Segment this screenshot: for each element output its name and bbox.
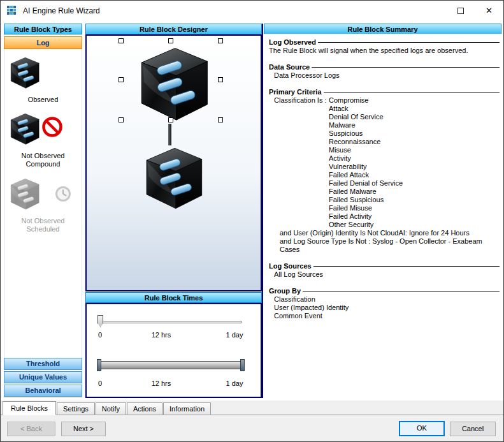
maximize-icon	[457, 8, 464, 14]
ok-button[interactable]: OK	[399, 421, 445, 436]
not-observed-scheduled-cube-icon	[4, 177, 82, 210]
selection-handle[interactable]	[218, 77, 223, 82]
maximize-button[interactable]	[446, 1, 475, 20]
group-by-item: Classification	[274, 295, 500, 304]
summary-section-primary-criteria: Primary Criteria	[269, 88, 322, 96]
classification-list: CompromiseAttackDenial Of ServiceMalware…	[329, 96, 403, 229]
classification-item: Failed Attack	[329, 171, 403, 179]
threshold-button[interactable]: Threshold	[4, 358, 82, 370]
rule-block-cube[interactable]	[133, 144, 213, 210]
slider1-tick-1day: 1 day	[226, 331, 243, 339]
block-connector-line	[168, 124, 171, 145]
rule-type-not-observed-compound[interactable]: Not Observed Compound	[4, 112, 82, 168]
rule-block-summary: Log Observed The Rule Block will signal …	[263, 34, 503, 398]
group-by-item: Common Event	[274, 312, 500, 320]
selection-handle[interactable]	[119, 77, 124, 82]
rule-type-observed-label: Observed	[4, 96, 82, 104]
selection-handle[interactable]	[168, 117, 173, 122]
classification-item: Vulnerability	[329, 163, 403, 171]
log-type-button[interactable]: Log	[4, 36, 82, 49]
close-button[interactable]: ✕	[475, 1, 503, 20]
classification-item: Other Security	[329, 221, 403, 229]
observed-cube-icon	[4, 55, 82, 89]
selected-rule-block-cube[interactable]	[125, 43, 220, 122]
time-range-bar[interactable]	[99, 361, 242, 369]
titlebar[interactable]: AI Engine Rule Wizard ✕	[1, 1, 503, 21]
cancel-button[interactable]: Cancel	[450, 422, 496, 436]
summary-section-log-sources: Log Sources	[269, 262, 312, 270]
group-by-item: User (Impacted) Identity	[274, 304, 500, 312]
tab-actions[interactable]: Actions	[127, 402, 162, 415]
clock-icon	[54, 184, 73, 203]
rule-type-compound-label-1: Not Observed	[4, 152, 82, 160]
rule-type-not-observed-scheduled: Not Observed Scheduled	[4, 177, 82, 233]
classification-item: Failed Activity	[329, 212, 403, 221]
selection-handle[interactable]	[119, 38, 124, 43]
selection-handle[interactable]	[218, 38, 223, 43]
range-handle-left[interactable]	[97, 359, 101, 371]
wizard-tabstrip: Rule Blocks Settings Notify Actions Info…	[1, 401, 503, 415]
classification-item: Attack	[329, 105, 403, 113]
classification-item: Reconnaissance	[329, 138, 403, 146]
classification-label: Classification Is :	[274, 96, 329, 229]
rule-block-designer-canvas[interactable]	[85, 34, 262, 291]
rule-type-scheduled-label-1: Not Observed	[4, 217, 82, 225]
slider1-tick-0: 0	[98, 331, 102, 339]
classification-item: Failed Malware	[329, 188, 403, 196]
selection-handle[interactable]	[168, 38, 173, 43]
tab-settings[interactable]: Settings	[57, 402, 95, 415]
unique-values-button[interactable]: Unique Values	[4, 371, 82, 383]
behavioral-button[interactable]: Behavioral	[4, 385, 82, 397]
next-button[interactable]: Next >	[61, 422, 106, 436]
back-button: < Back	[7, 422, 55, 436]
classification-item: Malware	[329, 121, 403, 129]
classification-item: Suspicious	[329, 129, 403, 138]
slider1-tick-12hrs: 12 hrs	[152, 331, 171, 339]
classification-item: Misuse	[329, 146, 403, 154]
summary-section-data-source: Data Source	[269, 63, 310, 71]
data-source-value: Data Processor Logs	[274, 71, 500, 80]
close-icon: ✕	[486, 6, 493, 15]
app-icon	[7, 6, 17, 16]
rule-block-summary-header: Rule Block Summary	[264, 24, 501, 34]
rule-type-observed[interactable]: Observed	[4, 55, 82, 104]
criteria-and-lines: and User (Origin) Identity Is Not CloudA…	[269, 229, 500, 254]
slider2-tick-12hrs: 12 hrs	[152, 379, 171, 387]
group-by-list: ClassificationUser (Impacted) IdentityCo…	[274, 295, 500, 320]
selection-handle[interactable]	[218, 117, 223, 122]
summary-section-log-observed: Log Observed	[269, 38, 316, 47]
tab-notify[interactable]: Notify	[96, 402, 126, 415]
prohibited-icon	[41, 115, 64, 138]
summary-section-group-by: Group By	[269, 287, 301, 295]
tab-rule-blocks[interactable]: Rule Blocks	[3, 401, 56, 415]
not-observed-compound-cube-icon	[4, 112, 82, 145]
time-slider-track[interactable]	[99, 321, 242, 323]
criteria-and-line: and Log Source Type Is Not : Syslog - Op…	[280, 237, 500, 254]
range-handle-right[interactable]	[240, 359, 245, 371]
tab-information[interactable]: Information	[163, 402, 211, 415]
classification-item: Failed Denial of Service	[329, 179, 403, 188]
slider2-tick-0: 0	[98, 379, 102, 387]
rule-block-designer-header: Rule Block Designer	[85, 24, 262, 34]
log-observed-description: The Rule Block will signal when the spec…	[269, 47, 500, 55]
rule-block-times-panel: 0 12 hrs 1 day 0 12 hrs 1 day	[85, 303, 262, 398]
classification-item: Denial Of Service	[329, 113, 403, 121]
log-sources-value: All Log Sources	[274, 270, 500, 279]
slider2-tick-1day: 1 day	[226, 379, 243, 387]
rule-block-times-header: Rule Block Times	[85, 292, 262, 303]
rule-type-scheduled-label-2: Scheduled	[4, 225, 82, 233]
classification-item: Compromise	[329, 96, 403, 105]
rule-block-types-header: Rule Block Types	[4, 24, 82, 34]
time-slider-thumb[interactable]	[97, 315, 103, 327]
criteria-and-line: and User (Origin) Identity Is Not CloudA…	[280, 229, 500, 237]
selection-handle[interactable]	[119, 117, 124, 122]
classification-item: Activity	[329, 154, 403, 163]
rule-type-compound-label-2: Compound	[4, 160, 82, 168]
window-title: AI Engine Rule Wizard	[23, 6, 100, 15]
classification-item: Failed Suspicious	[329, 196, 403, 204]
classification-item: Failed Misuse	[329, 204, 403, 212]
ai-engine-rule-wizard-window: AI Engine Rule Wizard ✕ Rule Block Types…	[0, 0, 504, 442]
